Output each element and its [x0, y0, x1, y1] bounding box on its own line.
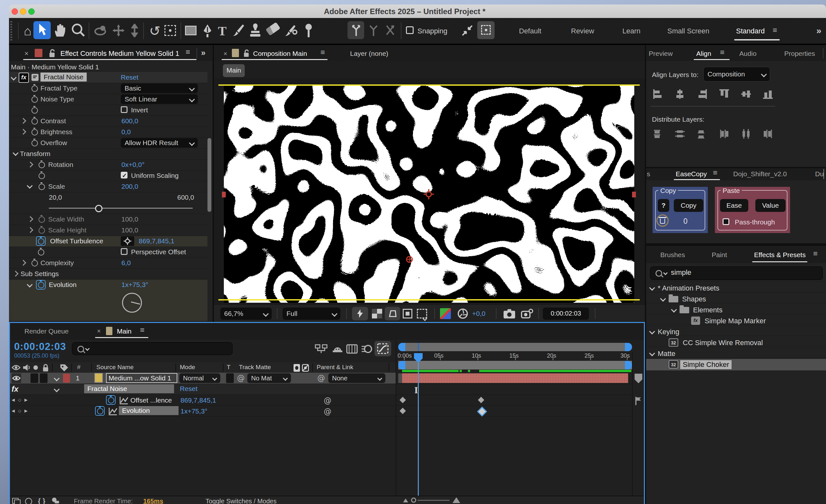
comp-breadcrumb-chip[interactable]: Main: [223, 64, 245, 77]
offset-turbulence-stopwatch-icon[interactable]: [38, 238, 44, 245]
effect-name[interactable]: Fractal Noise: [41, 72, 87, 81]
tab-audio[interactable]: Audio: [739, 50, 757, 57]
layer-handle-right[interactable]: [632, 192, 636, 197]
toggle-switches-modes-button[interactable]: Toggle Switches / Modes: [205, 498, 277, 504]
header-t[interactable]: T: [227, 364, 231, 371]
guide-bottom[interactable]: [218, 299, 640, 301]
guide-top[interactable]: [218, 84, 640, 86]
distribute-left-icon[interactable]: [719, 128, 730, 139]
exposure-icon[interactable]: [457, 308, 468, 319]
pan-behind-tool-icon[interactable]: [165, 25, 176, 36]
channel-color-icon[interactable]: [440, 308, 451, 319]
pen-tool-icon[interactable]: [202, 23, 213, 38]
matte-pickwhip-icon[interactable]: @: [237, 374, 245, 383]
tree-keying[interactable]: Keying: [658, 328, 679, 336]
effect-controls-scrollbar[interactable]: [208, 138, 211, 212]
rotation-value[interactable]: 0x+0,0°: [121, 161, 144, 169]
align-bottom-icon[interactable]: [762, 88, 773, 100]
distribute-bottom-icon[interactable]: [697, 128, 707, 139]
distribute-vert-center-icon[interactable]: [674, 128, 685, 139]
align-top-icon[interactable]: [719, 88, 730, 100]
composition-unlock-icon[interactable]: [243, 49, 250, 58]
workspace-tab-standard[interactable]: Standard: [736, 27, 765, 35]
passthrough-checkbox[interactable]: [723, 218, 729, 225]
expression-braces-icon[interactable]: { }: [38, 497, 45, 504]
zoom-button[interactable]: [28, 8, 35, 15]
snapshot-camera-icon[interactable]: [503, 308, 516, 319]
tab-timeline-main[interactable]: Main: [117, 327, 132, 335]
offset-graph-icon[interactable]: [119, 396, 128, 404]
timeline-menu-icon[interactable]: ≡: [140, 327, 144, 333]
puppet-pin-tool-icon[interactable]: [303, 23, 314, 38]
tab-easecopy[interactable]: EaseCopy: [676, 170, 707, 178]
tree-animation-presets[interactable]: * Animation Presets: [658, 284, 719, 293]
brightness-value[interactable]: 0,0: [121, 128, 131, 136]
minimize-button[interactable]: [20, 8, 26, 15]
workspace-menu-icon[interactable]: ≡: [773, 27, 777, 34]
evolution-value[interactable]: 1x+75,3°: [121, 281, 149, 289]
evolution-graph-icon[interactable]: [109, 407, 118, 416]
evolution-pickwhip-icon[interactable]: @: [324, 407, 332, 416]
timeline-search-input[interactable]: [92, 344, 225, 352]
header-number[interactable]: #: [77, 364, 80, 371]
timeline-effect-reset[interactable]: Reset: [180, 385, 197, 393]
easecopy-help-button[interactable]: ?: [658, 199, 669, 212]
timeline-nav-bar[interactable]: [398, 343, 632, 351]
workspace-tab-learn[interactable]: Learn: [623, 27, 640, 35]
layer-eye-toggle[interactable]: [11, 373, 21, 383]
easecopy-trash-circle[interactable]: [656, 214, 669, 227]
work-area-bar[interactable]: [398, 361, 632, 370]
tab-align[interactable]: Align: [696, 50, 711, 57]
effects-presets-menu-icon[interactable]: ≡: [813, 250, 818, 257]
keyframe-nav-icons[interactable]: ◀◇▶: [11, 408, 31, 413]
render-status-icon[interactable]: [25, 498, 32, 504]
parent-pickwhip-icon[interactable]: @: [317, 374, 325, 383]
effects-search-input[interactable]: [670, 268, 813, 277]
easecopy-menu-icon[interactable]: ≡: [713, 170, 717, 176]
align-menu-icon[interactable]: ≡: [720, 49, 724, 56]
evolution-prop-label[interactable]: Evolution: [119, 406, 179, 415]
easecopy-ease-button[interactable]: Ease: [720, 199, 748, 212]
perspective-offset-checkbox[interactable]: [121, 248, 127, 255]
offset-prop-label[interactable]: Offset ...lence: [130, 396, 172, 404]
header-parent-link[interactable]: Parent & Link: [317, 364, 353, 371]
composition-mini-flowchart-icon[interactable]: [315, 344, 328, 354]
playhead-line[interactable]: [418, 353, 419, 497]
tab-brushes[interactable]: Brushes: [660, 251, 685, 259]
layer-parent-dropdown[interactable]: None: [328, 373, 386, 383]
layer-label-swatch[interactable]: [63, 374, 70, 383]
layer-matte-dropdown[interactable]: No Mat: [247, 373, 291, 383]
offset-turbulence-value[interactable]: 869,7,845,1: [139, 237, 174, 245]
easecopy-copy-button[interactable]: Copy: [674, 199, 703, 212]
tab-paint[interactable]: Paint: [712, 251, 727, 259]
resolution-dropdown[interactable]: Full: [283, 308, 340, 320]
align-vert-center-icon[interactable]: [741, 88, 752, 100]
tree-elements[interactable]: Elements: [693, 306, 723, 314]
fx-badge-icon[interactable]: fx: [19, 72, 29, 83]
evolution-stopwatch-icon[interactable]: [38, 282, 44, 288]
zoom-tool-icon[interactable]: [71, 23, 85, 37]
magnification-dropdown[interactable]: 66,7%: [220, 308, 272, 320]
motion-blur-icon[interactable]: [361, 343, 372, 355]
layer-t-well[interactable]: [226, 373, 234, 383]
tree-shapes[interactable]: Shapes: [682, 295, 706, 303]
composition-close-icon[interactable]: ×: [224, 50, 227, 57]
timeline-tab-close-icon[interactable]: ×: [97, 327, 101, 335]
layer-solid-swatch[interactable]: [95, 373, 103, 383]
timeline-zoom-slider-knob[interactable]: [411, 498, 416, 503]
header-source-name[interactable]: Source Name: [96, 364, 134, 371]
align-right-icon[interactable]: [697, 88, 707, 100]
tab-dojo-shifter[interactable]: Dojo_Shifter_v2.0: [733, 170, 787, 178]
fractal-type-dropdown[interactable]: Basic: [121, 83, 198, 93]
fast-preview-button[interactable]: [352, 307, 368, 320]
snapping-checkbox[interactable]: [406, 26, 414, 34]
show-snapshot-icon[interactable]: [521, 308, 533, 319]
tab-properties[interactable]: Properties: [784, 50, 815, 57]
offset-stopwatch-icon[interactable]: [108, 397, 114, 403]
timeline-effect-name[interactable]: Fractal Noise: [84, 384, 174, 393]
layer-lock-well[interactable]: [40, 373, 48, 383]
timeline-search-box[interactable]: [72, 342, 233, 355]
type-tool-icon[interactable]: T: [215, 23, 230, 39]
clone-stamp-tool-icon[interactable]: [248, 23, 262, 37]
rotate-tool-icon[interactable]: ↺: [147, 23, 163, 39]
